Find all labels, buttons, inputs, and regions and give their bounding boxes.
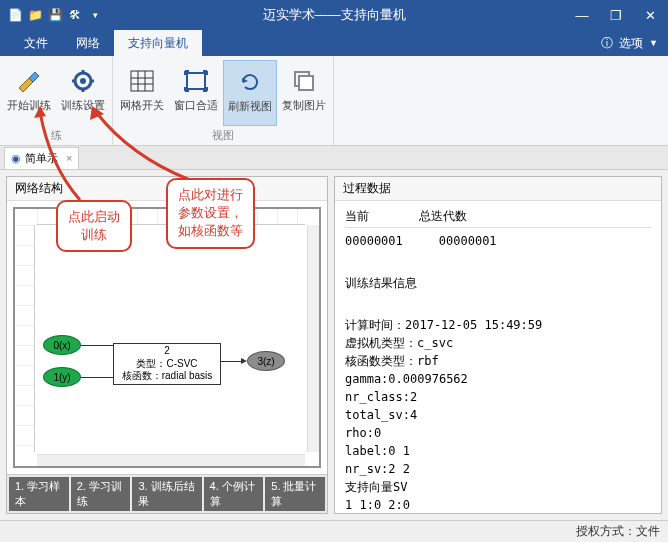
menu-svm[interactable]: 支持向量机 bbox=[114, 30, 202, 56]
result-line-8: nr_sv:2 2 bbox=[345, 460, 651, 478]
new-icon[interactable]: 📄 bbox=[6, 6, 24, 24]
status-text: 授权方式：文件 bbox=[576, 523, 660, 540]
copy-icon bbox=[288, 66, 320, 96]
result-line-10: 1 1:0 2:0 bbox=[345, 496, 651, 513]
btab-samples[interactable]: 1. 学习样本 bbox=[9, 477, 69, 511]
node-input-1[interactable]: 1(y) bbox=[43, 367, 81, 387]
btab-case[interactable]: 4. 个例计算 bbox=[204, 477, 264, 511]
btab-results[interactable]: 3. 训练后结果 bbox=[132, 477, 201, 511]
window-controls: — ❐ ✕ bbox=[570, 8, 662, 23]
result-line-1: 虚拟机类型：c_svc bbox=[345, 334, 651, 352]
tools-icon[interactable]: 🛠 bbox=[66, 6, 84, 24]
node-svc-num: 2 bbox=[118, 345, 216, 358]
svg-rect-6 bbox=[131, 71, 153, 91]
callout-arrow-1 bbox=[30, 106, 90, 206]
grid-icon bbox=[126, 66, 158, 96]
callout-start-train: 点此启动训练 bbox=[56, 200, 132, 252]
val-current: 00000001 bbox=[345, 232, 403, 250]
node-svc-type: 类型：C-SVC bbox=[118, 358, 216, 371]
minimize-button[interactable]: — bbox=[570, 8, 594, 23]
refresh-view-label: 刷新视图 bbox=[228, 99, 272, 114]
copy-image-button[interactable]: 复制图片 bbox=[277, 60, 331, 126]
btab-batch[interactable]: 5. 批量计算 bbox=[265, 477, 325, 511]
menubar: 文件 网络 支持向量机 ⓘ 选项 ▼ bbox=[0, 30, 668, 56]
titlebar: 📄 📁 💾 🛠 ▾ 迈实学术——支持向量机 — ❐ ✕ bbox=[0, 0, 668, 30]
edge-1-2 bbox=[81, 377, 113, 378]
refresh-view-button[interactable]: 刷新视图 bbox=[223, 60, 277, 126]
close-button[interactable]: ✕ bbox=[638, 8, 662, 23]
options-dropdown-icon[interactable]: ▼ bbox=[649, 38, 658, 48]
open-icon[interactable]: 📁 bbox=[26, 6, 44, 24]
result-line-4: nr_class:2 bbox=[345, 388, 651, 406]
process-data-body[interactable]: 当前总迭代数0000000100000001 训练结果信息 计算时间：2017-… bbox=[335, 201, 661, 513]
result-line-3: gamma:0.000976562 bbox=[345, 370, 651, 388]
svg-point-1 bbox=[80, 78, 86, 84]
process-data-title: 过程数据 bbox=[335, 177, 661, 201]
menu-network[interactable]: 网络 bbox=[62, 30, 114, 56]
brush-icon bbox=[13, 66, 45, 96]
quick-access-toolbar: 📄 📁 💾 🛠 ▾ bbox=[6, 6, 104, 24]
result-info-title: 训练结果信息 bbox=[345, 274, 651, 292]
save-icon[interactable]: 💾 bbox=[46, 6, 64, 24]
node-svc-kernel: 核函数：radial basis bbox=[118, 370, 216, 383]
edge-0-2 bbox=[81, 345, 113, 346]
copy-image-label: 复制图片 bbox=[282, 98, 326, 113]
val-total: 00000001 bbox=[439, 232, 497, 250]
node-svc-box[interactable]: 2 类型：C-SVC 核函数：radial basis bbox=[113, 343, 221, 385]
options-menu[interactable]: 选项 bbox=[619, 35, 643, 52]
result-line-9: 支持向量SV bbox=[345, 478, 651, 496]
bottom-tabs: 1. 学习样本 2. 学习训练 3. 训练后结果 4. 个例计算 5. 批量计算 bbox=[7, 474, 327, 513]
menu-file[interactable]: 文件 bbox=[10, 30, 62, 56]
maximize-button[interactable]: ❐ bbox=[604, 8, 628, 23]
result-line-6: rho:0 bbox=[345, 424, 651, 442]
result-line-7: label:0 1 bbox=[345, 442, 651, 460]
col-current: 当前 bbox=[345, 207, 369, 225]
svg-rect-13 bbox=[299, 76, 313, 90]
result-line-5: total_sv:4 bbox=[345, 406, 651, 424]
gear-icon bbox=[67, 66, 99, 96]
svg-rect-11 bbox=[187, 73, 205, 89]
info-icon[interactable]: ⓘ bbox=[601, 35, 613, 52]
statusbar: 授权方式：文件 bbox=[0, 520, 668, 542]
node-output[interactable]: 3(z) bbox=[247, 351, 285, 371]
result-line-0: 计算时间：2017-12-05 15:49:59 bbox=[345, 316, 651, 334]
process-data-pane: 过程数据 当前总迭代数0000000100000001 训练结果信息 计算时间：… bbox=[334, 176, 662, 514]
col-total: 总迭代数 bbox=[419, 207, 467, 225]
node-input-0[interactable]: 0(x) bbox=[43, 335, 81, 355]
cube-icon: ◉ bbox=[11, 152, 21, 165]
callout-arrow-2 bbox=[90, 106, 200, 186]
edge-2-3 bbox=[221, 361, 243, 362]
qat-dropdown-icon[interactable]: ▾ bbox=[86, 6, 104, 24]
refresh-icon bbox=[234, 67, 266, 97]
ruler-vertical bbox=[15, 225, 35, 452]
scrollbar-vertical[interactable] bbox=[307, 225, 319, 452]
diagram-canvas[interactable]: 0(x) 1(y) 2 类型：C-SVC 核函数：radial basis 3(… bbox=[37, 227, 305, 452]
btab-training[interactable]: 2. 学习训练 bbox=[71, 477, 131, 511]
arrow-2-3 bbox=[241, 358, 247, 364]
callout-train-settings: 点此对进行参数设置，如核函数等 bbox=[166, 178, 255, 249]
scrollbar-horizontal[interactable] bbox=[37, 454, 305, 466]
fit-icon bbox=[180, 66, 212, 96]
result-line-2: 核函数类型：rbf bbox=[345, 352, 651, 370]
